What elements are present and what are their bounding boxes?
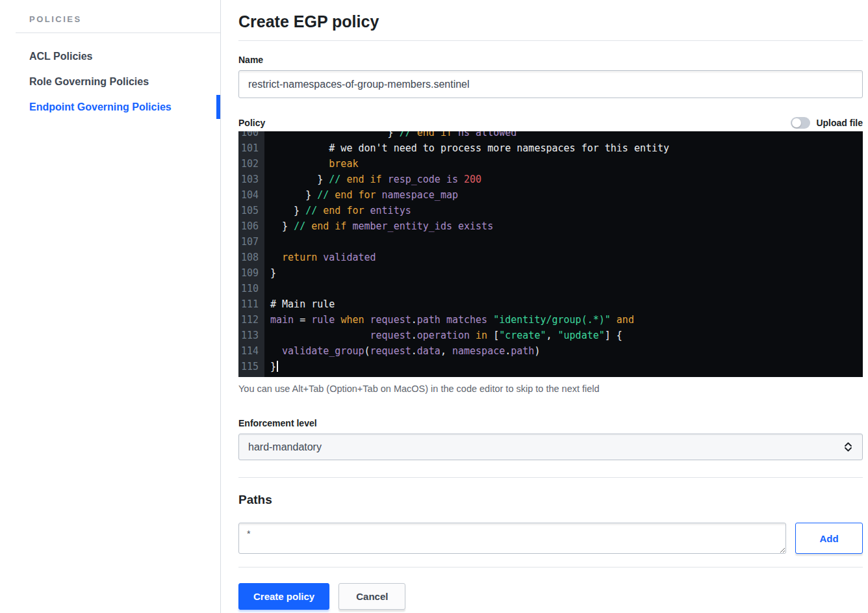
policy-row: Policy Upload file	[238, 116, 863, 129]
editor-helper-text: You can use Alt+Tab (Option+Tab on MacOS…	[238, 383, 863, 395]
enforcement-level-label: Enforcement level	[238, 418, 863, 429]
sidebar-divider	[16, 33, 220, 33]
code-editor-lines: 100 } // end if ns allowed101 # we don't…	[238, 131, 863, 374]
select-chevrons-icon	[845, 442, 852, 452]
paths-heading: Paths	[238, 491, 863, 508]
toggle-knob-icon	[792, 118, 801, 127]
code-line: 111# Main rule	[238, 296, 863, 312]
code-line: 105 } // end for entitys	[238, 203, 863, 218]
sidebar-item-label: ACL Policies	[29, 51, 93, 62]
policy-label: Policy	[238, 118, 265, 129]
path-input[interactable]: *	[238, 523, 786, 554]
sidebar-item-label: Endpoint Governing Policies	[29, 101, 172, 113]
policy-name-input[interactable]	[238, 70, 863, 98]
code-line: 102 break	[238, 156, 863, 172]
name-section: Name	[238, 55, 863, 98]
text-cursor	[277, 361, 278, 372]
title-divider	[238, 40, 863, 41]
name-label: Name	[238, 55, 863, 66]
code-line: 110	[238, 281, 863, 296]
sidebar-item-acl-policies[interactable]: ACL Policies	[0, 44, 220, 69]
paths-add-row: * Add	[238, 523, 863, 554]
code-line: 113 request.operation in ["create", "upd…	[238, 328, 863, 343]
sidebar-item-label: Role Governing Policies	[29, 76, 149, 88]
policies-sidebar: POLICIES ACL Policies Role Governing Pol…	[0, 0, 221, 613]
code-line: 115}	[238, 359, 863, 374]
upload-file-toggle[interactable]	[791, 117, 810, 129]
code-line: 106 } // end if member_entity_ids exists	[238, 218, 863, 234]
create-policy-button[interactable]: Create policy	[238, 583, 329, 610]
code-line: 114 validate_group(request.data, namespa…	[238, 343, 863, 359]
active-indicator-bar	[216, 95, 220, 119]
code-line: 100 } // end if ns allowed	[238, 131, 863, 140]
code-line: 101 # we don't need to process more name…	[238, 140, 863, 156]
code-line: 109}	[238, 265, 863, 281]
enforcement-section: Enforcement level hard-mandatory	[238, 418, 863, 460]
enforcement-level-select[interactable]: hard-mandatory	[238, 434, 863, 460]
code-line: 108 return validated	[238, 250, 863, 265]
cancel-button[interactable]: Cancel	[338, 583, 405, 610]
code-line: 104 } // end for namespace_map	[238, 187, 863, 203]
code-line: 112main = rule when request.path matches…	[238, 312, 863, 328]
upload-file-control: Upload file	[791, 117, 863, 129]
section-divider	[238, 567, 863, 567]
upload-file-label: Upload file	[816, 118, 863, 128]
policy-code-editor[interactable]: 100 } // end if ns allowed101 # we don't…	[238, 131, 863, 377]
main-content: Create EGP policy Name Policy Upload fil…	[221, 0, 868, 613]
sidebar-nav: ACL Policies Role Governing Policies End…	[0, 44, 220, 120]
sidebar-title: POLICIES	[29, 14, 220, 24]
code-line: 107	[238, 234, 863, 250]
sidebar-item-endpoint-governing-policies[interactable]: Endpoint Governing Policies	[0, 94, 220, 120]
add-path-button[interactable]: Add	[795, 523, 863, 554]
page-title: Create EGP policy	[238, 11, 863, 32]
enforcement-level-value: hard-mandatory	[248, 441, 322, 453]
code-line: 103 } // end if resp_code is 200	[238, 172, 863, 187]
section-divider	[238, 477, 863, 478]
app-window: POLICIES ACL Policies Role Governing Pol…	[0, 0, 868, 613]
sidebar-item-role-governing-policies[interactable]: Role Governing Policies	[0, 69, 220, 94]
form-actions: Create policy Cancel	[238, 583, 863, 610]
